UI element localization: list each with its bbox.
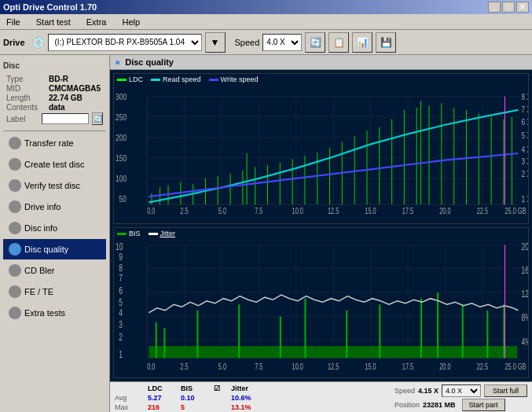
toolbar-btn-4[interactable]: 💾 xyxy=(376,32,396,53)
menu-start-test[interactable]: Start test xyxy=(33,16,74,28)
toolbar-btn-1[interactable]: 🔄 xyxy=(305,32,325,53)
divider-1 xyxy=(3,131,106,131)
sidebar-item-disc-quality[interactable]: Disc quality xyxy=(3,239,106,259)
svg-text:9: 9 xyxy=(119,252,123,263)
sidebar-item-transfer-rate[interactable]: Transfer rate xyxy=(3,133,106,153)
avg-jitter: 10.6% xyxy=(231,394,262,402)
svg-text:2: 2 xyxy=(119,332,123,342)
main-content: Disc Type BD-R MID CMCMAGBA5 Length 22.7… xyxy=(0,55,532,412)
svg-text:300: 300 xyxy=(116,92,127,102)
legend-read-speed-label: Read speed xyxy=(163,75,201,83)
svg-text:2 X: 2 X xyxy=(522,169,528,179)
speed-select[interactable]: 4.0 X xyxy=(442,384,481,397)
sidebar-item-extra-tests[interactable]: Extra tests xyxy=(3,303,106,323)
speed-select[interactable]: 4.0 X xyxy=(262,34,302,51)
panel-title: ● Disc quality xyxy=(110,55,532,70)
sidebar-item-disc-info[interactable]: Disc info xyxy=(3,218,106,238)
sidebar-item-verify-test-disc[interactable]: Verify test disc xyxy=(3,175,106,196)
svg-text:20%: 20% xyxy=(522,241,528,252)
menu-extra[interactable]: Extra xyxy=(83,16,110,28)
speed-row: Speed 4.15 X 4.0 X Start full xyxy=(394,384,527,397)
svg-text:7 X: 7 X xyxy=(522,105,528,115)
app-title: Opti Drive Control 1.70 xyxy=(3,2,97,12)
svg-text:100: 100 xyxy=(116,174,127,184)
sidebar-item-drive-info[interactable]: Drive info xyxy=(3,197,106,217)
sidebar: Disc Type BD-R MID CMCMAGBA5 Length 22.7… xyxy=(0,55,110,412)
disc-info-panel: Type BD-R MID CMCMAGBA5 Length 22.74 GB … xyxy=(3,72,106,129)
stats-avg-row: Avg 5.27 0.10 10.6% xyxy=(115,394,272,402)
toolbar-btn-2[interactable]: 📋 xyxy=(328,32,349,53)
sidebar-item-fe-te[interactable]: FE / TE xyxy=(3,281,106,302)
legend-ldc-label: LDC xyxy=(129,75,143,83)
svg-text:22.5: 22.5 xyxy=(477,207,488,215)
svg-rect-103 xyxy=(486,311,488,359)
svg-rect-101 xyxy=(437,292,438,358)
svg-text:7: 7 xyxy=(119,274,123,284)
svg-rect-40 xyxy=(420,101,421,204)
cd-bler-icon xyxy=(9,264,21,277)
svg-rect-24 xyxy=(242,171,243,205)
svg-rect-38 xyxy=(404,110,405,204)
svg-text:4 X: 4 X xyxy=(522,144,528,154)
sidebar-label-fe-te: FE / TE xyxy=(24,287,53,296)
refresh-button[interactable]: 🔄 xyxy=(92,112,103,125)
chart1-svg: 300 250 200 150 100 50 8 X 7 X 6 X 5 X 4… xyxy=(114,85,528,222)
svg-rect-37 xyxy=(391,120,392,205)
svg-text:2.5: 2.5 xyxy=(180,207,188,215)
svg-text:3: 3 xyxy=(119,320,123,330)
speed-value: 4.15 X xyxy=(418,387,438,395)
maximize-button[interactable]: □ xyxy=(502,2,515,13)
svg-text:50: 50 xyxy=(119,194,127,204)
svg-rect-32 xyxy=(329,148,330,205)
contents-label: Contents xyxy=(6,103,46,112)
svg-text:3 X: 3 X xyxy=(522,156,528,167)
svg-text:17.5: 17.5 xyxy=(402,207,413,215)
svg-rect-22 xyxy=(218,176,218,204)
sidebar-label-transfer-rate: Transfer rate xyxy=(24,138,74,148)
stats-right-info: Speed 4.15 X 4.0 X Start full Position 2… xyxy=(394,384,527,412)
start-full-button[interactable]: Start full xyxy=(484,384,527,397)
stats-headers: LDC BIS ☑ Jitter xyxy=(115,384,272,392)
svg-text:10: 10 xyxy=(116,241,123,252)
svg-text:12%: 12% xyxy=(522,289,528,300)
position-row: Position 23281 MB Start part xyxy=(394,399,527,411)
legend-write-speed-label: Write speed xyxy=(221,75,259,83)
sidebar-label-disc-quality: Disc quality xyxy=(24,245,68,254)
svg-rect-35 xyxy=(366,131,367,204)
stats-bar: LDC BIS ☑ Jitter Avg 5.27 0.10 10.6% Max xyxy=(110,381,532,412)
svg-text:12.5: 12.5 xyxy=(328,362,339,372)
avg-ldc: 5.27 xyxy=(148,394,179,402)
svg-text:8: 8 xyxy=(119,263,123,273)
svg-text:0.0: 0.0 xyxy=(147,207,155,215)
stats-columns: LDC BIS ☑ Jitter Avg 5.27 0.10 10.6% Max xyxy=(115,384,272,412)
transfer-rate-icon xyxy=(9,137,21,149)
stats-check: ☑ xyxy=(214,384,229,392)
speed-label: Speed xyxy=(235,38,260,47)
toolbar-btn-3[interactable]: 📊 xyxy=(352,32,372,53)
menu-help[interactable]: Help xyxy=(119,16,143,28)
minimize-button[interactable]: _ xyxy=(488,2,501,13)
max-ldc: 216 xyxy=(148,403,179,411)
svg-text:17.5: 17.5 xyxy=(402,362,413,372)
sidebar-item-create-test-disc[interactable]: Create test disc xyxy=(3,154,106,175)
close-button[interactable]: ✕ xyxy=(516,2,529,13)
svg-text:25.0 GB: 25.0 GB xyxy=(504,207,526,215)
stats-ldc-header: LDC xyxy=(148,384,179,392)
svg-text:200: 200 xyxy=(116,133,127,143)
drive-select[interactable]: (I:) PLEXTOR BD-R PX-B9505A 1.04 xyxy=(48,34,202,51)
sidebar-item-cd-bler[interactable]: CD Bler xyxy=(3,260,106,281)
menu-file[interactable]: File xyxy=(3,16,24,28)
svg-rect-97 xyxy=(304,299,306,359)
svg-text:6 X: 6 X xyxy=(522,116,528,127)
svg-text:4%: 4% xyxy=(522,337,528,347)
max-jitter: 13.1% xyxy=(231,403,262,411)
svg-text:2.5: 2.5 xyxy=(180,362,188,372)
legend-jitter-label: Jitter xyxy=(160,230,176,237)
drive-info-icon xyxy=(9,200,21,213)
disc-section-label: Disc xyxy=(3,61,106,70)
start-part-button[interactable]: Start part xyxy=(462,399,505,411)
max-bis: 5 xyxy=(181,403,212,411)
svg-rect-46 xyxy=(491,117,492,205)
drive-button-1[interactable]: ▼ xyxy=(205,32,226,53)
label-input[interactable] xyxy=(42,113,89,124)
